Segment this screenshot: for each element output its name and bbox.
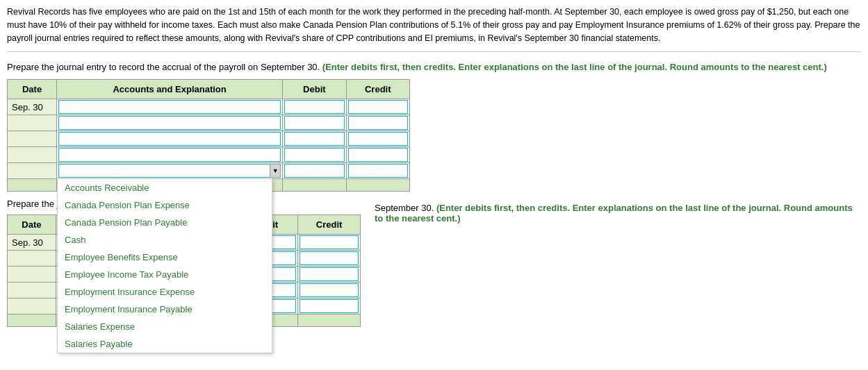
date-cell-2-5 <box>8 298 56 314</box>
credit-cell-1-1 <box>346 99 409 115</box>
date-cell-1-3 <box>8 131 57 147</box>
menu-item-cash[interactable]: Cash <box>58 231 272 249</box>
credit-input-2-3[interactable] <box>300 267 359 281</box>
credit-input-1-2[interactable] <box>348 116 408 130</box>
green-credit-bottom <box>346 179 409 192</box>
col-credit-1: Credit <box>346 80 409 99</box>
menu-item-ei-payable[interactable]: Employment Insurance Payable <box>58 301 272 318</box>
col-credit-2: Credit <box>298 215 361 235</box>
main-content: Revival Records has five employees who a… <box>7 6 861 327</box>
account-input-1-4[interactable] <box>58 148 281 162</box>
date-cell-2-2 <box>8 251 56 267</box>
credit-cell-1-2 <box>346 115 409 131</box>
account-input-1-5[interactable] <box>58 164 270 178</box>
debit-cell-1-2 <box>283 115 346 131</box>
account-input-1-3[interactable] <box>58 132 281 146</box>
green-date-bottom-2 <box>8 314 56 327</box>
account-cell-1-2 <box>57 115 283 131</box>
journal-section-1: Date Accounts and Explanation Debit Cred… <box>7 79 861 192</box>
credit-input-1-1[interactable] <box>348 100 408 114</box>
dropdown-arrow-button[interactable]: ▼ <box>270 164 281 178</box>
intro-text: Revival Records has five employees who a… <box>7 7 860 43</box>
debit-input-1-5[interactable] <box>284 164 344 178</box>
section1-instruction: Prepare the journal entry to record the … <box>7 62 861 72</box>
credit-cell-1-5 <box>346 163 409 179</box>
instruction-bold: (Enter debits first, then credits. Enter… <box>322 62 827 72</box>
account-cell-1-1 <box>57 99 283 115</box>
dropdown-menu: Accounts Receivable Canada Pension Plan … <box>57 178 272 353</box>
debit-input-1-2[interactable] <box>284 116 344 130</box>
section2-instruction-bold: (Enter debits first, then credits. Enter… <box>375 203 853 224</box>
prepare-label: Prepare the jo <box>7 199 64 209</box>
debit-input-1-3[interactable] <box>284 132 344 146</box>
table-row: ▼ Accounts Receivable Canada Pension Pla… <box>8 163 410 179</box>
menu-item-cpp-payable[interactable]: Canada Pension Plan Payable <box>58 214 272 231</box>
green-date-bottom <box>8 179 57 192</box>
credit-cell-2-2 <box>298 251 361 267</box>
credit-input-1-4[interactable] <box>348 148 408 162</box>
date-cell-2-4 <box>8 283 56 298</box>
account-input-1-1[interactable] <box>58 100 281 114</box>
table-row <box>8 115 410 131</box>
date-cell-2-1: Sep. 30 <box>8 235 56 251</box>
menu-item-ei-expense[interactable]: Employment Insurance Expense <box>58 283 272 301</box>
col-accounts-1: Accounts and Explanation <box>57 80 283 99</box>
menu-item-salaries-payable[interactable]: Salaries Payable <box>58 335 272 353</box>
credit-input-2-4[interactable] <box>300 283 359 297</box>
credit-cell-2-5 <box>298 298 361 314</box>
credit-input-1-3[interactable] <box>348 132 408 146</box>
date-cell-2-3 <box>8 267 56 283</box>
instruction-plain: Prepare the journal entry to record the … <box>7 62 320 72</box>
date-cell-1-5 <box>8 163 57 179</box>
section2-instruction: September 30. (Enter debits first, then … <box>375 199 861 327</box>
intro-paragraph: Revival Records has five employees who a… <box>7 6 861 52</box>
menu-item-employee-benefits[interactable]: Employee Benefits Expense <box>58 249 272 266</box>
green-credit-bottom-2 <box>298 314 361 327</box>
account-cell-1-5: ▼ Accounts Receivable Canada Pension Pla… <box>57 163 283 179</box>
menu-item-accounts-receivable[interactable]: Accounts Receivable <box>58 179 272 196</box>
account-cell-1-3 <box>57 131 283 147</box>
debit-cell-1-3 <box>283 131 346 147</box>
journal-table-1: Date Accounts and Explanation Debit Cred… <box>7 79 410 192</box>
green-debit-bottom <box>283 179 346 192</box>
debit-input-1-1[interactable] <box>284 100 344 114</box>
credit-cell-2-1 <box>298 235 361 251</box>
credit-cell-1-3 <box>346 131 409 147</box>
credit-input-2-1[interactable] <box>300 235 359 249</box>
date-cell-1-4 <box>8 147 57 163</box>
debit-cell-1-5 <box>283 163 346 179</box>
table-row <box>8 131 410 147</box>
credit-input-2-2[interactable] <box>300 251 359 265</box>
debit-cell-1-4 <box>283 147 346 163</box>
account-input-1-2[interactable] <box>58 116 281 130</box>
debit-input-1-4[interactable] <box>284 148 344 162</box>
credit-input-1-5[interactable] <box>348 164 408 178</box>
date-cell-1: Sep. 30 <box>8 99 57 115</box>
debit-cell-1-1 <box>283 99 346 115</box>
dropdown-select-wrap: ▼ <box>58 164 281 178</box>
table-row <box>8 147 410 163</box>
journal-table-wrap-1: Date Accounts and Explanation Debit Cred… <box>7 79 410 192</box>
credit-input-2-5[interactable] <box>300 299 359 313</box>
col-date-1: Date <box>8 80 57 99</box>
menu-item-cpp-expense[interactable]: Canada Pension Plan Expense <box>58 196 272 214</box>
credit-cell-2-4 <box>298 283 361 298</box>
col-debit-1: Debit <box>283 80 346 99</box>
date-cell-1-2 <box>8 115 57 131</box>
credit-cell-1-4 <box>346 147 409 163</box>
credit-cell-2-3 <box>298 267 361 283</box>
account-cell-1-4 <box>57 147 283 163</box>
table-row: Sep. 30 <box>8 99 410 115</box>
menu-item-salaries-expense[interactable]: Salaries Expense <box>58 318 272 335</box>
menu-item-income-tax-payable[interactable]: Employee Income Tax Payable <box>58 266 272 283</box>
section2-instruction-plain: September 30. <box>375 203 434 213</box>
col-date-2: Date <box>8 215 56 235</box>
